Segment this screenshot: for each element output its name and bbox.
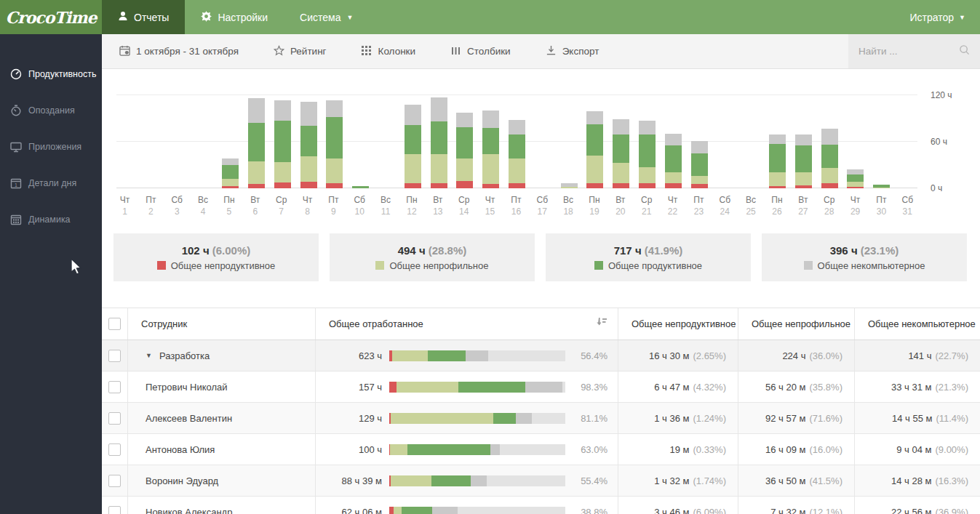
chart-bar-day-26[interactable] [769,134,786,188]
table-row[interactable]: Петрович Николай157 ч98.3%6 ч 47 м(4.32%… [102,372,980,403]
row-checkbox-cell [102,465,128,496]
employee-name[interactable]: Разработка [159,350,210,361]
col-header-employee[interactable]: Сотрудник [128,308,316,340]
x-axis-tick-label: Чт1 [116,194,133,217]
summary-card-0[interactable]: 102 ч (6.00%)Общее непродуктивное [113,233,319,281]
noncomputer-cell: 22 ч 56 м(36.9%) [855,497,980,514]
bar-segment [248,184,265,188]
chart-bar-day-7[interactable] [274,100,291,188]
summary-card-3[interactable]: 396 ч (23.1%)Общее некомпьютерное [762,233,967,281]
chart-bar-day-27[interactable] [795,134,812,188]
chart-bar-day-30[interactable] [873,185,890,188]
chart-bar-day-15[interactable] [482,111,499,188]
employee-cell: Антонова Юлия [128,434,316,465]
bar-segment [274,121,291,163]
chart-bar-day-22[interactable] [665,134,682,188]
chart-bar-day-29[interactable] [847,169,864,188]
chart-bar-day-8[interactable] [300,102,317,188]
row-checkbox[interactable] [108,443,121,456]
worked-hours: 88 ч 39 м [323,475,382,486]
table-row[interactable]: Воронин Эдуард88 ч 39 м55.4%1 ч 32 м(1.7… [102,465,980,497]
chart-bar-day-13[interactable] [431,97,447,188]
chart-bar-day-28[interactable] [821,129,838,188]
grid-icon [362,45,373,58]
col-header-worked[interactable]: Общее отработанное [316,308,618,340]
bar-segment [456,127,473,159]
tab-settings[interactable]: Настройки [185,0,284,34]
table-row[interactable]: Антонова Юлия100 ч63.0%19 м(0.33%)16 ч 0… [102,434,980,465]
rating-button[interactable]: Рейтинг [256,34,344,68]
bar-segment [222,158,239,165]
unproductive-cell: 3 ч 46 м(6.09%) [618,497,738,514]
chart-bar-day-10[interactable] [352,186,369,188]
bar-segment [274,162,291,182]
sidebar-item-stopwatch[interactable]: Опоздания [0,92,102,129]
sort-descending-icon[interactable] [596,318,607,330]
app-logo[interactable]: CrocoTime [0,0,102,34]
bars-button[interactable]: Столбики [433,34,528,68]
export-button[interactable]: Экспорт [528,34,617,68]
user-menu[interactable]: Истратор ▼ [896,0,980,34]
columns-button[interactable]: Колонки [344,34,434,68]
rating-label: Рейтинг [290,46,327,57]
chart-bar-day-14[interactable] [456,113,473,189]
x-axis-tick-label: Вт13 [429,194,446,217]
table-row[interactable]: ▼Разработка623 ч56.4%16 ч 30 м(2.65%)224… [102,340,980,372]
table-row[interactable]: Алексеев Валентин129 ч81.1%1 ч 36 м(1.24… [102,403,980,434]
x-axis-tick-label: Вт27 [794,194,811,217]
date-range-picker[interactable]: 1 октября - 31 октября [102,34,256,68]
bar-segment [821,145,838,168]
bar-segment [391,475,431,486]
chart-bar-day-9[interactable] [326,100,343,188]
row-checkbox[interactable] [108,381,121,393]
collapse-triangle-icon[interactable]: ▼ [146,352,152,359]
bar-segment [613,119,629,134]
search-input[interactable] [859,46,953,57]
x-axis-tick-label: Пт23 [690,194,707,217]
search-icon[interactable] [959,44,970,58]
row-checkbox[interactable] [108,350,121,362]
chart-bar-day-18[interactable] [561,183,578,188]
summary-card-2[interactable]: 717 ч (41.9%)Общее продуктивное [546,233,751,281]
bar-segment [586,183,603,188]
chart-y-axis: 0 ч60 ч120 ч [917,95,980,188]
bar-segment [274,182,291,188]
stopwatch-icon [10,105,22,116]
x-axis-tick-label: Чт8 [299,194,316,217]
search-box [848,34,980,68]
chart-bar-day-12[interactable] [405,105,421,188]
col-header-nonprofile[interactable]: Общее непрофильное [738,308,855,340]
card-value: 494 ч (28.8%) [398,244,467,257]
col-header-noncomputer[interactable]: Общее некомпьютерное [855,308,980,340]
sidebar-item-monitor[interactable]: Приложения [0,129,102,165]
chart-bar-day-6[interactable] [248,98,265,188]
sidebar-item-gauge[interactable]: Продуктивность [0,56,102,92]
bar-segment [389,382,397,393]
worked-hours: 129 ч [323,413,382,424]
row-checkbox[interactable] [108,412,121,425]
tab-system[interactable]: Система ▼ [284,0,369,34]
row-checkbox[interactable] [108,475,121,487]
bar-segment [795,185,812,188]
col-header-unproductive[interactable]: Общее непродуктивное [618,308,738,340]
bar-segment [431,475,471,486]
table-row[interactable]: Новиков Александр62 ч 06 м38.8%3 ч 46 м(… [102,497,980,514]
chart-bar-day-19[interactable] [586,111,603,188]
summary-card-1[interactable]: 494 ч (28.8%)Общее непрофильное [330,233,535,281]
select-all-checkbox[interactable] [108,318,121,330]
x-axis-tick-label: Вт6 [247,194,263,217]
chart-bar-day-23[interactable] [691,141,708,188]
worked-cell: 129 ч81.1% [316,403,618,433]
tab-reports[interactable]: Отчеты [102,0,185,34]
noncomputer-cell: 33 ч 31 м(21.3%) [855,372,980,402]
x-axis-tick-label: Ср28 [821,194,837,217]
chart-bar-day-16[interactable] [509,120,525,188]
tab-reports-label: Отчеты [134,12,169,23]
bar-segment [691,141,708,153]
chart-bar-day-21[interactable] [639,121,656,188]
sidebar-item-calendar-grid[interactable]: Динамика [0,201,102,238]
row-checkbox[interactable] [108,506,121,514]
sidebar-item-calendar-day[interactable]: 1Детали дня [0,165,102,201]
chart-bar-day-5[interactable] [222,158,239,188]
chart-bar-day-20[interactable] [613,119,629,188]
